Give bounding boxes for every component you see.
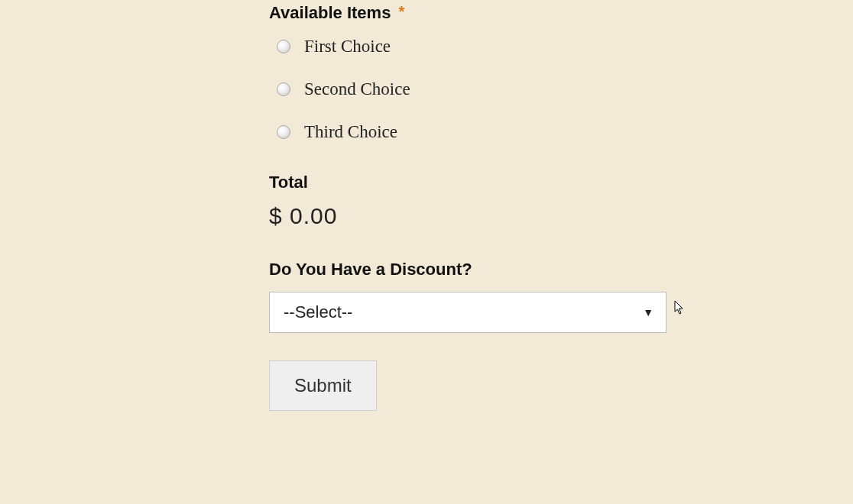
required-asterisk: * (399, 3, 405, 20)
form: Available Items * First Choice Second Ch… (269, 3, 682, 411)
discount-select-value: --Select-- (284, 302, 352, 322)
discount-label: Do You Have a Discount? (269, 260, 682, 279)
radio-option-third-choice[interactable]: Third Choice (277, 122, 682, 142)
available-items-options: First Choice Second Choice Third Choice (277, 37, 682, 142)
total-label: Total (269, 173, 682, 192)
available-items-label-text: Available Items (269, 3, 391, 22)
radio-icon (277, 40, 290, 53)
chevron-down-icon: ▼ (643, 306, 654, 318)
radio-option-first-choice[interactable]: First Choice (277, 37, 682, 57)
radio-label: First Choice (304, 37, 391, 57)
discount-section: Do You Have a Discount? --Select-- ▼ (269, 260, 682, 333)
radio-icon (277, 82, 290, 96)
discount-select[interactable]: --Select-- ▼ (269, 292, 667, 333)
radio-label: Second Choice (304, 79, 410, 99)
radio-icon (277, 125, 290, 139)
submit-button[interactable]: Submit (269, 360, 377, 411)
total-value: $ 0.00 (269, 203, 682, 229)
total-section: Total $ 0.00 (269, 173, 682, 229)
available-items-label: Available Items * (269, 3, 682, 23)
submit-button-label: Submit (294, 375, 352, 396)
radio-label: Third Choice (304, 122, 397, 142)
radio-option-second-choice[interactable]: Second Choice (277, 79, 682, 99)
